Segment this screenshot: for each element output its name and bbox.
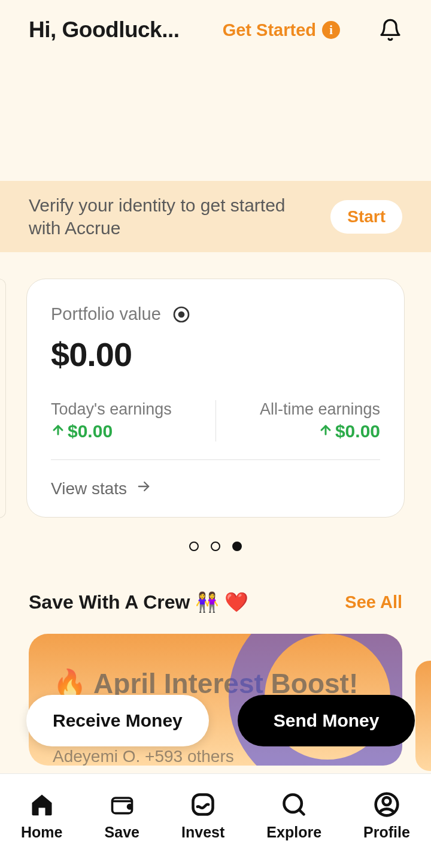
nav-label: Save <box>105 824 139 841</box>
crew-section-title: Save With A Crew 👭 ❤️ <box>29 591 248 613</box>
get-started-label: Get Started <box>223 20 316 40</box>
svg-point-1 <box>179 312 184 317</box>
bottom-nav: Home Save Invest Explore Profile <box>0 773 431 868</box>
get-started-link[interactable]: Get Started i <box>223 20 340 40</box>
search-icon <box>280 790 308 819</box>
profile-icon <box>372 790 401 819</box>
nav-label: Invest <box>181 824 224 841</box>
carousel-prev-peek[interactable] <box>0 279 6 518</box>
start-button[interactable]: Start <box>330 200 402 234</box>
svg-rect-4 <box>193 795 213 815</box>
svg-point-3 <box>128 805 132 809</box>
view-stats-link[interactable]: View stats <box>51 478 380 499</box>
bell-icon[interactable] <box>378 17 402 43</box>
nav-home[interactable]: Home <box>21 790 62 841</box>
svg-point-7 <box>383 797 391 805</box>
info-icon: i <box>322 21 340 39</box>
greeting-title: Hi, Goodluck... <box>29 17 180 43</box>
see-all-link[interactable]: See All <box>345 592 402 612</box>
carousel-dots[interactable] <box>0 542 431 551</box>
invest-icon <box>189 790 217 819</box>
divider <box>51 459 380 460</box>
nav-label: Profile <box>363 824 410 841</box>
visibility-toggle-icon[interactable] <box>172 305 191 324</box>
nav-invest[interactable]: Invest <box>181 790 224 841</box>
carousel-dot[interactable] <box>189 542 199 551</box>
verify-message: Verify your identity to get started with… <box>29 194 318 239</box>
view-stats-label: View stats <box>51 479 127 498</box>
divider <box>216 400 216 441</box>
alltime-earnings-label: All-time earnings <box>230 400 381 419</box>
nav-profile[interactable]: Profile <box>363 790 410 841</box>
nav-label: Home <box>21 824 62 841</box>
carousel-dot[interactable] <box>211 542 220 551</box>
nav-label: Explore <box>266 824 321 841</box>
portfolio-value-label: Portfolio value <box>51 304 161 324</box>
carousel-dot-active[interactable] <box>232 542 242 551</box>
portfolio-value: $0.00 <box>51 335 380 374</box>
today-earnings-label: Today's earnings <box>51 400 201 419</box>
receive-money-button[interactable]: Receive Money <box>26 695 209 746</box>
today-earnings-value: $0.00 <box>68 421 113 441</box>
arrow-up-icon <box>318 421 333 441</box>
arrow-right-icon <box>135 478 152 499</box>
nav-explore[interactable]: Explore <box>266 790 321 841</box>
home-icon <box>28 790 56 819</box>
portfolio-card[interactable]: Portfolio value $0.00 Today's earnings $… <box>26 279 405 518</box>
send-money-button[interactable]: Send Money <box>238 695 415 746</box>
wallet-icon <box>108 790 136 819</box>
crew-next-peek[interactable] <box>415 661 431 771</box>
verify-banner: Verify your identity to get started with… <box>0 181 431 252</box>
nav-save[interactable]: Save <box>105 790 139 841</box>
alltime-earnings-value: $0.00 <box>335 421 380 441</box>
arrow-up-icon <box>51 421 65 441</box>
